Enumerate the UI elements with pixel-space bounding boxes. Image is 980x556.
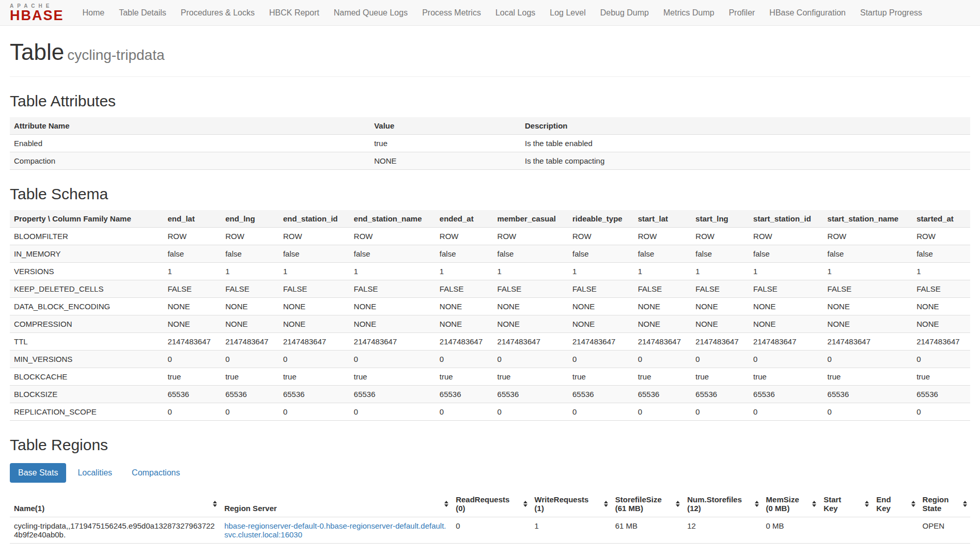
sort-icon[interactable] bbox=[812, 501, 816, 507]
schema-family-end-lat: end_lat bbox=[163, 210, 221, 228]
regions-col-write[interactable]: WriteRequests (1) bbox=[531, 491, 611, 517]
regions-col-state[interactable]: Region State bbox=[919, 491, 970, 517]
attr-desc-cell: Is the table compacting bbox=[521, 152, 970, 170]
schema-value-cell: 1 bbox=[221, 263, 279, 280]
regions-col-label: End Key bbox=[876, 495, 891, 513]
schema-value-cell: NONE bbox=[634, 315, 692, 333]
schema-value-cell: 0 bbox=[435, 403, 493, 421]
regions-col-mem-size[interactable]: MemSize (0 MB) bbox=[762, 491, 820, 517]
nav-item-startup-progress[interactable]: Startup Progress bbox=[853, 0, 929, 26]
schema-value-cell: 65536 bbox=[279, 386, 350, 403]
schema-value-cell: NONE bbox=[634, 298, 692, 315]
schema-value-cell: true bbox=[823, 368, 913, 386]
nav-item-named-queue-logs[interactable]: Named Queue Logs bbox=[326, 0, 415, 26]
schema-value-cell: 0 bbox=[493, 403, 568, 421]
schema-value-cell: FALSE bbox=[435, 280, 493, 298]
schema-value-cell: 65536 bbox=[493, 386, 568, 403]
attr-col-attribute-name: Attribute Name bbox=[10, 117, 370, 135]
tab-compactions[interactable]: Compactions bbox=[123, 463, 188, 483]
schema-value-cell: FALSE bbox=[221, 280, 279, 298]
regions-col-label: StorefileSize (61 MB) bbox=[615, 495, 662, 513]
tab-localities[interactable]: Localities bbox=[69, 463, 120, 483]
nav-item-hbck-report[interactable]: HBCK Report bbox=[262, 0, 326, 26]
schema-row-blocksize: BLOCKSIZE6553665536655366553665536655366… bbox=[10, 386, 970, 403]
nav-item-log-level[interactable]: Log Level bbox=[542, 0, 593, 26]
attr-col-value: Value bbox=[370, 117, 521, 135]
schema-heading: Table Schema bbox=[10, 185, 970, 203]
schema-value-cell: true bbox=[221, 368, 279, 386]
regions-col-start-key[interactable]: Start Key bbox=[819, 491, 872, 517]
schema-row-replication-scope: REPLICATION_SCOPE000000000000 bbox=[10, 403, 970, 421]
regions-tab-item: Compactions bbox=[123, 463, 191, 483]
schema-row-blockcache: BLOCKCACHEtruetruetruetruetruetruetruetr… bbox=[10, 368, 970, 386]
nav-item-table-details[interactable]: Table Details bbox=[112, 0, 174, 26]
schema-value-cell: NONE bbox=[493, 298, 568, 315]
schema-value-cell: 0 bbox=[221, 403, 279, 421]
nav-item-debug-dump[interactable]: Debug Dump bbox=[593, 0, 656, 26]
region-server-link[interactable]: hbase-regionserver-default-0.hbase-regio… bbox=[224, 521, 446, 539]
schema-value-cell: false bbox=[691, 245, 749, 263]
sort-icon[interactable] bbox=[604, 501, 608, 507]
nav-item-local-logs[interactable]: Local Logs bbox=[488, 0, 542, 26]
schema-property-cell: BLOCKSIZE bbox=[10, 386, 163, 403]
schema-value-cell: 2147483647 bbox=[163, 333, 221, 351]
nav-item-profiler[interactable]: Profiler bbox=[722, 0, 763, 26]
schema-value-cell: 1 bbox=[163, 263, 221, 280]
regions-col-end-key[interactable]: End Key bbox=[872, 491, 918, 517]
sort-icon[interactable] bbox=[963, 501, 967, 507]
region-row: cycling-tripdata,,1719475156245.e95d0a13… bbox=[10, 517, 970, 544]
schema-value-cell: NONE bbox=[163, 315, 221, 333]
nav-item-hbase-configuration[interactable]: HBase Configuration bbox=[762, 0, 853, 26]
schema-value-cell: 1 bbox=[912, 263, 970, 280]
schema-value-cell: FALSE bbox=[568, 280, 634, 298]
schema-value-cell: true bbox=[691, 368, 749, 386]
schema-value-cell: 2147483647 bbox=[749, 333, 823, 351]
attr-name-cell: Compaction bbox=[10, 152, 370, 170]
table-schema: Property \ Column Family Nameend_latend_… bbox=[10, 210, 970, 421]
regions-col-read[interactable]: ReadRequests (0) bbox=[452, 491, 530, 517]
schema-value-cell: FALSE bbox=[749, 280, 823, 298]
nav-item-process-metrics[interactable]: Process Metrics bbox=[415, 0, 488, 26]
regions-tabs: Base StatsLocalitiesCompactions bbox=[10, 463, 970, 483]
schema-value-cell: 0 bbox=[691, 403, 749, 421]
schema-value-cell: 2147483647 bbox=[691, 333, 749, 351]
attr-row-enabled: EnabledtrueIs the table enabled bbox=[10, 135, 970, 152]
schema-family-start-lat: start_lat bbox=[634, 210, 692, 228]
schema-value-cell: ROW bbox=[493, 228, 568, 245]
attributes-heading: Table Attributes bbox=[10, 92, 970, 110]
sort-icon[interactable] bbox=[865, 501, 869, 507]
nav-item-metrics-dump[interactable]: Metrics Dump bbox=[656, 0, 722, 26]
schema-family-start-lng: start_lng bbox=[691, 210, 749, 228]
schema-value-cell: 65536 bbox=[221, 386, 279, 403]
schema-property-cell: BLOOMFILTER bbox=[10, 228, 163, 245]
regions-col-server[interactable]: Region Server bbox=[220, 491, 452, 517]
schema-value-cell: NONE bbox=[691, 298, 749, 315]
schema-value-cell: true bbox=[279, 368, 350, 386]
schema-value-cell: 0 bbox=[634, 351, 692, 368]
tab-base-stats[interactable]: Base Stats bbox=[10, 463, 66, 483]
nav-item-procedures-locks[interactable]: Procedures & Locks bbox=[174, 0, 262, 26]
nav-item-home[interactable]: Home bbox=[75, 0, 112, 26]
schema-property-cell: KEEP_DELETED_CELLS bbox=[10, 280, 163, 298]
schema-value-cell: FALSE bbox=[493, 280, 568, 298]
sort-icon[interactable] bbox=[755, 501, 759, 507]
schema-value-cell: NONE bbox=[749, 315, 823, 333]
navbar: APACHE HBASE HomeTable DetailsProcedures… bbox=[0, 0, 980, 26]
schema-value-cell: NONE bbox=[350, 315, 435, 333]
sort-icon[interactable] bbox=[676, 501, 680, 507]
regions-col-label: ReadRequests (0) bbox=[456, 495, 509, 513]
schema-value-cell: true bbox=[568, 368, 634, 386]
region-cell-server: hbase-regionserver-default-0.hbase-regio… bbox=[220, 517, 452, 544]
sort-icon[interactable] bbox=[213, 501, 217, 507]
regions-col-name[interactable]: Name(1) bbox=[10, 491, 220, 517]
schema-value-cell: ROW bbox=[634, 228, 692, 245]
regions-col-num-storefiles[interactable]: Num.Storefiles (12) bbox=[683, 491, 761, 517]
schema-row-in-memory: IN_MEMORYfalsefalsefalsefalsefalsefalsef… bbox=[10, 245, 970, 263]
regions-col-storefile-size[interactable]: StorefileSize (61 MB) bbox=[611, 491, 683, 517]
schema-value-cell: NONE bbox=[221, 298, 279, 315]
schema-value-cell: FALSE bbox=[912, 280, 970, 298]
sort-icon[interactable] bbox=[523, 501, 527, 507]
hbase-logo[interactable]: APACHE HBASE bbox=[10, 4, 64, 22]
sort-icon[interactable] bbox=[911, 501, 915, 507]
sort-icon[interactable] bbox=[444, 501, 448, 507]
